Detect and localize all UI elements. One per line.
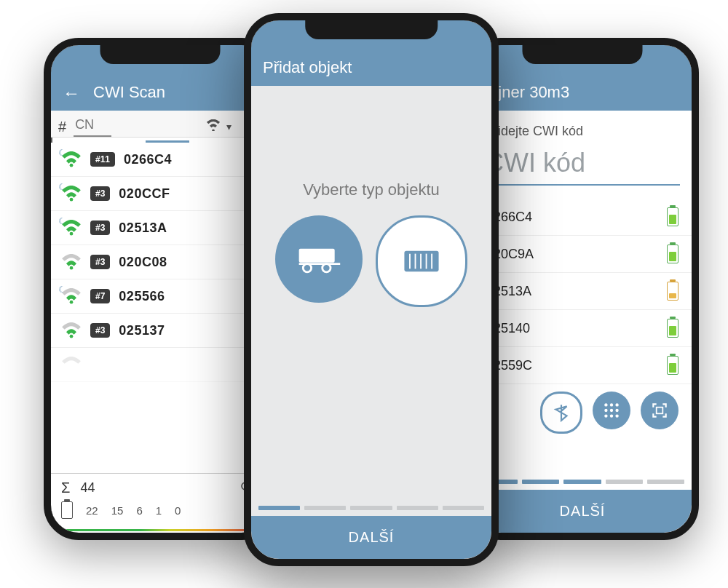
svg-point-6 [604, 403, 607, 406]
rank-badge: #7 [90, 289, 110, 303]
moon-icon: ☾ [58, 285, 66, 295]
phone-add-object: Přidat objekt Vyberte typ objektu DALŠÍ [244, 13, 499, 566]
list-item[interactable]: #3 020C08 [51, 245, 269, 279]
screen-scan: ← CWI Scan # ▾ Az ☾ #11 02 [51, 45, 269, 533]
svg-point-13 [610, 414, 613, 417]
device-code: 025566 [119, 289, 165, 304]
svg-point-18 [303, 264, 311, 272]
svg-point-3 [70, 266, 74, 270]
device-notch [523, 45, 643, 64]
device-code: 02513A [119, 220, 167, 236]
svg-point-7 [610, 403, 613, 406]
hash-icon: # [58, 119, 66, 135]
scan-list[interactable]: ☾ #11 0266C4 ☾ #3 020CCF ☾ #3 02513A [51, 143, 269, 473]
device-code: 0266C4 [124, 152, 172, 167]
device-notch [100, 45, 221, 64]
svg-point-5 [70, 335, 74, 338]
battery-icon [667, 356, 678, 375]
svg-point-8 [615, 403, 618, 406]
count: 6 [136, 504, 142, 517]
keypad-fab[interactable] [593, 392, 630, 429]
svg-point-2 [70, 232, 74, 236]
back-icon[interactable]: ← [63, 84, 80, 102]
rank-badge: #3 [90, 186, 110, 201]
code-row[interactable]: 02513A [473, 273, 692, 310]
next-button[interactable]: DALŠÍ [251, 516, 491, 559]
rank-badge: #3 [90, 255, 110, 269]
svg-point-9 [604, 409, 607, 412]
cwi-code-input[interactable]: CWI kód [485, 148, 680, 186]
svg-point-0 [70, 164, 74, 167]
battery-icon [667, 245, 678, 263]
signal-filter-icon[interactable] [206, 119, 221, 135]
screen-add-code: tejner 30m3 Přidejte CWI kód CWI kód 026… [473, 45, 692, 533]
list-item[interactable]: ☾ #3 020CCF [51, 177, 269, 211]
code-row[interactable]: 025140 [473, 310, 692, 347]
count: 1 [156, 504, 162, 517]
svg-point-4 [70, 301, 74, 304]
filter-input[interactable] [74, 116, 111, 137]
rank-badge: #11 [90, 152, 115, 167]
sum-value: 44 [80, 480, 95, 496]
battery-icon [61, 501, 73, 519]
phone-add-code: tejner 30m3 Přidejte CWI kód CWI kód 026… [466, 38, 699, 540]
device-notch [305, 20, 438, 39]
battery-gradient-bar [61, 529, 259, 531]
svg-point-1 [70, 198, 74, 202]
filter-bar: # ▾ Az [51, 111, 269, 138]
wifi-icon [61, 322, 82, 338]
qr-scan-fab[interactable] [641, 392, 678, 429]
list-item[interactable]: ☾ #3 02513A [51, 211, 269, 245]
moon-icon: ☾ [58, 182, 66, 192]
rank-badge: #3 [90, 220, 110, 235]
appbar-title: CWI Scan [93, 83, 165, 102]
step-progress [473, 480, 692, 490]
rank-badge: #3 [90, 323, 110, 338]
sigma-icon: Σ [61, 480, 70, 496]
bluetooth-fab[interactable] [540, 392, 582, 434]
count: 0 [175, 504, 181, 517]
step-progress [251, 506, 491, 516]
battery-histogram: 22 15 6 1 0 [61, 497, 259, 526]
svg-point-10 [610, 409, 613, 412]
svg-point-12 [604, 414, 607, 417]
svg-point-19 [323, 264, 331, 272]
chevron-down-icon[interactable]: ▾ [226, 121, 232, 132]
count: 15 [111, 504, 124, 517]
list-item[interactable]: ☾ #11 0266C4 [51, 143, 269, 177]
type-choices [275, 215, 467, 307]
code-row[interactable]: 0266C4 [473, 199, 692, 236]
type-container-button[interactable] [376, 215, 467, 307]
screen-add-object: Přidat objekt Vyberte typ objektu DALŠÍ [251, 20, 491, 559]
svg-point-14 [615, 414, 618, 417]
device-code: 025137 [119, 323, 165, 338]
input-mode-row [473, 384, 692, 441]
code-row[interactable]: 02559C [473, 347, 692, 384]
svg-rect-15 [657, 408, 663, 414]
wifi-icon [61, 357, 82, 373]
svg-point-11 [615, 409, 618, 412]
type-trailer-button[interactable] [275, 215, 363, 303]
list-item[interactable]: #3 025137 [51, 314, 269, 348]
stats-bar: Σ 44 22 15 6 1 0 [51, 473, 269, 533]
device-code: 020CCF [119, 186, 170, 202]
choose-type-label: Vyberte typ objektu [303, 180, 440, 199]
count: 22 [86, 504, 98, 517]
list-item[interactable] [51, 348, 269, 382]
moon-icon: ☾ [58, 216, 66, 226]
battery-icon [667, 319, 678, 338]
list-item[interactable]: ☾ #7 025566 [51, 279, 269, 314]
add-code-hint: Přidejte CWI kód [473, 111, 692, 143]
svg-rect-16 [299, 249, 335, 263]
battery-icon [667, 207, 678, 226]
moon-icon: ☾ [58, 148, 66, 158]
appbar-title: Přidat objekt [263, 58, 352, 77]
next-button[interactable]: DALŠÍ [473, 490, 692, 533]
code-row[interactable]: 020C9A [473, 236, 692, 273]
phone-scan: ← CWI Scan # ▾ Az ☾ #11 02 [44, 38, 277, 540]
device-code: 020C08 [119, 255, 167, 270]
wifi-icon [61, 254, 82, 270]
battery-icon [667, 282, 678, 301]
